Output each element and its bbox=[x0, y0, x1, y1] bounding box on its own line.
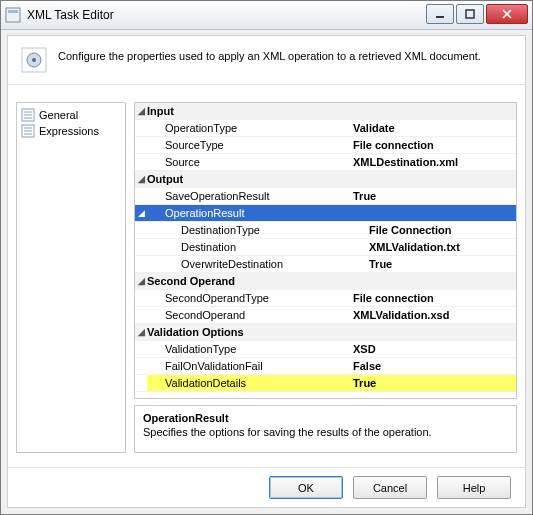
collapse-icon[interactable]: ◢ bbox=[135, 324, 147, 340]
page-icon bbox=[21, 108, 35, 122]
svg-point-8 bbox=[32, 58, 36, 62]
svg-rect-3 bbox=[466, 10, 474, 18]
description-row: Configure the properties used to apply a… bbox=[8, 36, 525, 85]
category-validation-options[interactable]: ◢Validation Options bbox=[135, 324, 516, 341]
sidebar: General Expressions bbox=[16, 102, 126, 453]
cancel-button[interactable]: Cancel bbox=[353, 476, 427, 499]
help-button[interactable]: Help bbox=[437, 476, 511, 499]
minimize-button[interactable] bbox=[426, 4, 454, 24]
category-input[interactable]: ◢Input bbox=[135, 103, 516, 120]
category-output[interactable]: ◢Output bbox=[135, 171, 516, 188]
xml-task-editor-window: XML Task Editor Configure the properties… bbox=[0, 0, 533, 515]
prop-validationdetails[interactable]: ValidationDetailsTrue bbox=[135, 375, 516, 392]
prop-source[interactable]: SourceXMLDestination.xml bbox=[135, 154, 516, 171]
prop-destination[interactable]: DestinationXMLValidation.txt bbox=[135, 239, 516, 256]
maximize-button[interactable] bbox=[456, 4, 484, 24]
sidebar-item-label: General bbox=[39, 109, 78, 121]
sidebar-item-expressions[interactable]: Expressions bbox=[19, 123, 123, 139]
property-help: OperationResult Specifies the options fo… bbox=[134, 405, 517, 453]
svg-rect-1 bbox=[8, 10, 18, 13]
window-controls bbox=[426, 4, 528, 24]
ok-button[interactable]: OK bbox=[269, 476, 343, 499]
close-button[interactable] bbox=[486, 4, 528, 24]
sidebar-item-label: Expressions bbox=[39, 125, 99, 137]
prop-secondoperandtype[interactable]: SecondOperandTypeFile connection bbox=[135, 290, 516, 307]
prop-operationtype[interactable]: OperationTypeValidate bbox=[135, 120, 516, 137]
prop-operationresult[interactable]: ◢OperationResult bbox=[135, 205, 516, 222]
button-row: OK Cancel Help bbox=[8, 467, 525, 507]
prop-destinationtype[interactable]: DestinationTypeFile Connection bbox=[135, 222, 516, 239]
collapse-icon[interactable]: ◢ bbox=[135, 273, 147, 289]
dialog-body: General Expressions ◢Input OperationType… bbox=[8, 94, 525, 461]
collapse-icon[interactable]: ◢ bbox=[135, 103, 147, 119]
dialog-content: Configure the properties used to apply a… bbox=[7, 35, 526, 508]
prop-sourcetype[interactable]: SourceTypeFile connection bbox=[135, 137, 516, 154]
sidebar-item-general[interactable]: General bbox=[19, 107, 123, 123]
prop-failonvalidationfail[interactable]: FailOnValidationFailFalse bbox=[135, 358, 516, 375]
titlebar[interactable]: XML Task Editor bbox=[1, 1, 532, 30]
category-second-operand[interactable]: ◢Second Operand bbox=[135, 273, 516, 290]
property-grid[interactable]: ◢Input OperationTypeValidate SourceTypeF… bbox=[134, 102, 517, 399]
prop-validationtype[interactable]: ValidationTypeXSD bbox=[135, 341, 516, 358]
prop-secondoperand[interactable]: SecondOperandXMLValidation.xsd bbox=[135, 307, 516, 324]
prop-saveoperationresult[interactable]: SaveOperationResultTrue bbox=[135, 188, 516, 205]
help-title: OperationResult bbox=[143, 412, 508, 424]
page-icon bbox=[21, 124, 35, 138]
description-text: Configure the properties used to apply a… bbox=[58, 46, 481, 62]
app-icon bbox=[5, 7, 21, 23]
page-icon bbox=[20, 46, 48, 74]
help-text: Specifies the options for saving the res… bbox=[143, 426, 508, 438]
collapse-icon[interactable]: ◢ bbox=[135, 205, 147, 221]
collapse-icon[interactable]: ◢ bbox=[135, 171, 147, 187]
main-panel: ◢Input OperationTypeValidate SourceTypeF… bbox=[134, 102, 517, 453]
prop-overwritedestination[interactable]: OverwriteDestinationTrue bbox=[135, 256, 516, 273]
